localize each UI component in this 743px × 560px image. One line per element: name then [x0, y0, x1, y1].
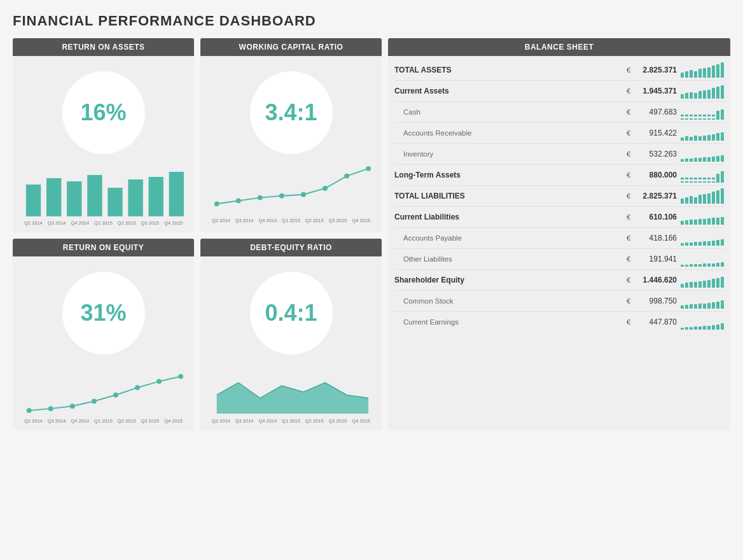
balance-header: BALANCE SHEET — [388, 38, 730, 56]
table-row: Accounts Payable € 418.166 — [394, 228, 724, 249]
mini-bars — [681, 209, 724, 225]
table-row: Other Liabilites € 191.941 — [394, 249, 724, 270]
wcr-value: 3.4:1 — [265, 99, 317, 126]
mini-bars — [681, 83, 724, 99]
bs-value: 1.446.620 — [634, 276, 677, 284]
table-row: TOTAL ASSETS € 2.825.371 — [394, 60, 724, 81]
svg-point-16 — [27, 408, 32, 413]
roa-chart: Q2 2014Q3 2014Q4 2014Q1 2015Q2 2015Q3 20… — [19, 163, 188, 226]
table-row: Inventory € 532.263 — [394, 144, 724, 165]
svg-rect-7 — [169, 172, 184, 216]
wcr-xlabels: Q2 2014Q3 2014Q4 2014Q1 2015Q2 2015Q3 20… — [211, 218, 372, 223]
svg-point-22 — [156, 379, 162, 384]
der-value: 0.4:1 — [265, 300, 317, 326]
svg-point-8 — [214, 201, 219, 206]
bs-label: Accounts Payable — [394, 234, 623, 242]
table-row: TOTAL LIABILITIES € 2.825.371 — [394, 186, 724, 207]
svg-point-9 — [236, 199, 241, 204]
table-row: Current Assets € 1.945.371 — [394, 81, 724, 102]
roa-value: 16% — [80, 99, 126, 126]
table-row: Shareholder Equity € 1.446.620 — [394, 270, 724, 291]
bs-label: Inventory — [394, 150, 623, 158]
svg-point-18 — [70, 403, 75, 409]
table-row: Accounts Receivable € 915.422 — [394, 123, 724, 144]
bs-label: Other Liabilites — [394, 255, 623, 263]
wcr-chart: Q2 2014Q3 2014Q4 2014Q1 2015Q2 2015Q3 20… — [207, 163, 375, 223]
bs-value: 418.166 — [634, 234, 677, 242]
bs-value: 497.683 — [634, 108, 677, 116]
bs-label: Cash — [394, 108, 623, 116]
svg-point-23 — [178, 374, 183, 379]
balance-sheet-card: BALANCE SHEET TOTAL ASSETS € 2.825.371 C… — [388, 38, 730, 430]
svg-point-15 — [366, 166, 371, 171]
mini-bars — [681, 293, 724, 309]
bs-label-accounts-receivable: Accounts Receivable — [394, 129, 623, 137]
svg-point-19 — [92, 399, 97, 404]
der-card: DEBT-EQUITY RATIO 0.4:1 Q2 2014Q3 2014Q4… — [200, 239, 382, 430]
svg-rect-3 — [87, 175, 102, 216]
mini-bars — [681, 146, 724, 162]
der-header: DEBT-EQUITY RATIO — [200, 239, 382, 256]
roe-circle: 31% — [62, 272, 145, 354]
mini-bars — [681, 188, 724, 204]
bs-value: 191.941 — [634, 255, 677, 263]
bs-label: Shareholder Equity — [394, 276, 623, 284]
svg-rect-1 — [46, 178, 61, 216]
svg-point-17 — [48, 406, 53, 411]
svg-rect-6 — [149, 177, 163, 216]
svg-marker-24 — [217, 382, 368, 414]
bs-value: 2.825.371 — [634, 192, 677, 200]
table-row: Long-Term Assets € 880.000 — [394, 165, 724, 186]
mini-bars — [681, 230, 724, 246]
wcr-card: WORKING CAPITAL RATIO 3.4:1 Q2 — [200, 38, 382, 232]
wcr-header: WORKING CAPITAL RATIO — [200, 38, 382, 56]
mini-bars — [681, 104, 724, 120]
dashboard-title: FINANCIAL PERFORMANCE DASHBOARD — [13, 13, 730, 29]
bs-label: Current Liabilities — [394, 213, 623, 221]
bs-value: 532.263 — [634, 150, 677, 158]
bs-value: 610.106 — [634, 213, 677, 221]
roe-header: RETURN ON EQUITY — [13, 239, 194, 256]
roe-card: RETURN ON EQUITY 31% Q2 2014Q3 — [13, 239, 194, 430]
bs-label: TOTAL ASSETS — [394, 66, 623, 74]
mini-bars — [681, 251, 724, 267]
svg-point-13 — [323, 186, 328, 191]
table-row: Current Liabilities € 610.106 — [394, 207, 724, 228]
bs-label: Common Stock — [394, 297, 623, 305]
roe-xlabels: Q2 2014Q3 2014Q4 2014Q1 2015Q2 2015Q3 20… — [23, 418, 184, 424]
table-row: Common Stock € 998.750 — [394, 291, 724, 312]
table-row: Cash € 497.683 — [394, 102, 724, 123]
roe-value: 31% — [80, 300, 126, 326]
roa-xlabels: Q2 2014Q3 2014Q4 2014Q1 2015Q2 2015Q3 20… — [23, 220, 184, 226]
der-chart: Q2 2014Q3 2014Q4 2014Q1 2015Q2 2015Q3 20… — [207, 363, 375, 424]
svg-point-11 — [279, 193, 284, 199]
bs-label: TOTAL LIABILITIES — [394, 192, 623, 200]
mini-bars — [681, 125, 724, 141]
der-circle: 0.4:1 — [250, 272, 333, 354]
bs-label: Current Assets — [394, 87, 623, 95]
roe-chart: Q2 2014Q3 2014Q4 2014Q1 2015Q2 2015Q3 20… — [19, 363, 188, 424]
mini-bars — [681, 272, 724, 288]
svg-point-21 — [135, 385, 140, 390]
roa-circle: 16% — [62, 71, 145, 154]
bs-value: 915.422 — [634, 129, 677, 137]
svg-rect-4 — [108, 188, 122, 216]
roa-header: RETURN ON ASSETS — [13, 38, 194, 56]
roa-card: RETURN ON ASSETS 16% Q2 2014Q3 — [13, 38, 194, 232]
svg-point-12 — [301, 192, 306, 197]
wcr-circle: 3.4:1 — [250, 71, 333, 154]
svg-point-10 — [258, 195, 263, 200]
svg-rect-5 — [128, 179, 142, 216]
balance-table: TOTAL ASSETS € 2.825.371 Current Assets … — [388, 56, 730, 336]
svg-rect-0 — [26, 185, 41, 216]
svg-rect-2 — [67, 181, 81, 216]
mini-bars — [681, 314, 724, 330]
svg-point-14 — [344, 174, 349, 179]
bs-value: 998.750 — [634, 297, 677, 305]
bs-value: 447.870 — [634, 318, 677, 326]
svg-point-20 — [113, 393, 118, 398]
bs-value: 2.825.371 — [634, 66, 677, 74]
der-xlabels: Q2 2014Q3 2014Q4 2014Q1 2015Q2 2015Q3 20… — [211, 418, 372, 424]
bs-value: 1.945.371 — [634, 87, 677, 95]
bs-label: Long-Term Assets — [394, 171, 623, 179]
